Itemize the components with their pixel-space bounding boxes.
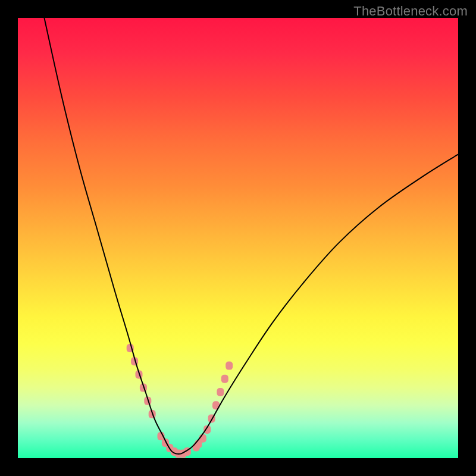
bottleneck-curve-line (44, 18, 458, 454)
highlight-dots-group (127, 344, 233, 458)
highlight-dot (226, 362, 233, 370)
chart-plot-area (18, 18, 458, 458)
chart-svg (18, 18, 458, 458)
watermark-text: TheBottleneck.com (353, 4, 468, 19)
highlight-dot (217, 388, 224, 396)
highlight-dot (221, 375, 228, 383)
highlight-dot (199, 434, 206, 443)
